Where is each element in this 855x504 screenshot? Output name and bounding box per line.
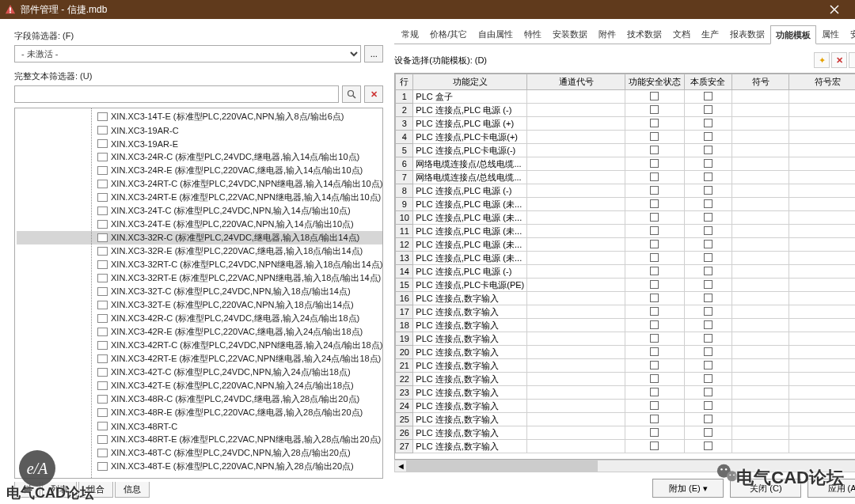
tree-item[interactable]: XIN.XC3-32R-E (标准型PLC,220VAC,继电器,输入18点/输… (17, 244, 382, 258)
cell-function-def[interactable]: PLC 连接点,PLC卡电源(PE) (413, 279, 527, 292)
top-tab[interactable]: 特性 (519, 25, 547, 44)
field-filter-select[interactable]: - 未激活 - (14, 45, 361, 63)
text-filter-input[interactable] (14, 85, 339, 103)
cell-func-safe[interactable] (625, 440, 684, 453)
cell-function-def[interactable]: PLC 连接点,数字输入 (413, 426, 527, 440)
cell-func-safe[interactable] (625, 319, 684, 332)
cell-function-def[interactable]: PLC 连接点,PLC 电源 (未... (413, 198, 527, 211)
cell-function-def[interactable]: PLC 连接点,数字输入 (413, 400, 527, 413)
cell-intrinsic-safe[interactable] (684, 117, 732, 131)
cell-symbol[interactable] (732, 440, 788, 453)
table-row[interactable]: 27PLC 连接点,数字输入 (396, 440, 855, 453)
cell-func-safe[interactable] (625, 198, 684, 211)
cell-intrinsic-safe[interactable] (684, 171, 732, 184)
cell-function-def[interactable]: PLC 连接点,数字输入 (413, 359, 527, 373)
cell-channel[interactable] (527, 144, 625, 157)
cell-symbol-macro[interactable] (789, 359, 855, 373)
cell-intrinsic-safe[interactable] (684, 305, 732, 319)
cell-func-safe[interactable] (625, 211, 684, 225)
tree-item[interactable]: XIN.XC3-24RT-C (标准型PLC,24VDC,NPN继电器,输入14… (17, 177, 382, 191)
top-tab[interactable]: 生产 (696, 25, 724, 44)
table-row[interactable]: 7网络电缆连接点/总线电缆... (396, 171, 855, 184)
cell-symbol[interactable] (732, 157, 788, 171)
cell-intrinsic-safe[interactable] (684, 198, 732, 211)
cell-channel[interactable] (527, 440, 625, 453)
cell-symbol[interactable] (732, 117, 788, 131)
cell-channel[interactable] (527, 90, 625, 104)
table-row[interactable]: 10PLC 连接点,PLC 电源 (未... (396, 211, 855, 225)
top-tab[interactable]: 技术数据 (621, 25, 667, 44)
cell-intrinsic-safe[interactable] (684, 373, 732, 386)
tree-item[interactable]: XIN.XC3-42T-C (标准型PLC,24VDC,NPN,输入24点/输出… (17, 366, 382, 379)
cell-channel[interactable] (527, 238, 625, 252)
tree-item[interactable]: XIN.XC3-48RT-E (标准型PLC,22VAC,NPN继电器,输入28… (17, 433, 382, 446)
tree-item[interactable]: XIN.XC3-42RT-E (标准型PLC,22VAC,NPN继电器,输入24… (17, 352, 382, 366)
cell-func-safe[interactable] (625, 305, 684, 319)
tree-item[interactable]: XIN.XC3-24T-E (标准型PLC,220VAC,NPN,输入14点/输… (17, 218, 382, 231)
top-tab[interactable]: 安装数据 (547, 25, 593, 44)
tree-item[interactable]: XIN.XC3-48R-E (标准型PLC,220VAC,继电器,输入28点/输… (17, 406, 382, 419)
cell-function-def[interactable]: PLC 连接点,PLC 电源 (未... (413, 238, 527, 252)
cell-symbol[interactable] (732, 413, 788, 426)
cell-function-def[interactable]: PLC 连接点,PLC卡电源(+) (413, 131, 527, 144)
cell-channel[interactable] (527, 413, 625, 426)
cell-intrinsic-safe[interactable] (684, 426, 732, 440)
cell-intrinsic-safe[interactable] (684, 332, 732, 346)
cell-symbol-macro[interactable] (789, 211, 855, 225)
tree-item[interactable]: XIN.XC3-42R-E (标准型PLC,220VAC,继电器,输入24点/输… (17, 325, 382, 339)
extras-button[interactable]: 附加 (E) ▾ (652, 479, 724, 498)
cell-function-def[interactable]: PLC 连接点,PLC卡电源(-) (413, 144, 527, 157)
cell-symbol[interactable] (732, 279, 788, 292)
table-row[interactable]: 22PLC 连接点,数字输入 (396, 373, 855, 386)
column-header[interactable]: 符号宏 (789, 74, 855, 90)
cell-function-def[interactable]: PLC 连接点,数字输入 (413, 319, 527, 332)
cell-func-safe[interactable] (625, 359, 684, 373)
tree-item[interactable]: XIN.XC3-48T-E (标准型PLC,220VAC,NPN,输入28点/输… (17, 460, 382, 473)
cell-symbol-macro[interactable] (789, 265, 855, 279)
cell-symbol[interactable] (732, 332, 788, 346)
top-tab[interactable]: 安全值 (845, 25, 855, 44)
cell-symbol-macro[interactable] (789, 198, 855, 211)
cell-func-safe[interactable] (625, 426, 684, 440)
cell-symbol[interactable] (732, 238, 788, 252)
cell-function-def[interactable]: PLC 连接点,数字输入 (413, 413, 527, 426)
cell-symbol-macro[interactable] (789, 279, 855, 292)
cell-symbol-macro[interactable] (789, 346, 855, 359)
cell-func-safe[interactable] (625, 184, 684, 198)
delete-button[interactable]: ✕ (831, 52, 847, 68)
tree-item[interactable]: XIN.XC3-32R-C (标准型PLC,24VDC,继电器,输入18点/输出… (17, 231, 382, 244)
cell-function-def[interactable]: PLC 连接点,PLC 电源 (-) (413, 184, 527, 198)
cell-channel[interactable] (527, 359, 625, 373)
top-tab[interactable]: 文档 (667, 25, 696, 44)
cell-func-safe[interactable] (625, 332, 684, 346)
cell-symbol[interactable] (732, 319, 788, 332)
table-row[interactable]: 18PLC 连接点,数字输入 (396, 319, 855, 332)
cell-symbol-macro[interactable] (789, 305, 855, 319)
table-row[interactable]: 13PLC 连接点,PLC 电源 (未... (396, 252, 855, 265)
table-row[interactable]: 17PLC 连接点,数字输入 (396, 305, 855, 319)
cell-function-def[interactable]: PLC 连接点,数字输入 (413, 346, 527, 359)
column-header[interactable]: 通道代号 (527, 74, 625, 90)
tree-item[interactable]: XIN.XC3-42RT-C (标准型PLC,24VDC,NPN继电器,输入24… (17, 339, 382, 352)
cell-func-safe[interactable] (625, 225, 684, 238)
cell-channel[interactable] (527, 373, 625, 386)
top-tab[interactable]: 功能模板 (770, 25, 816, 44)
cell-intrinsic-safe[interactable] (684, 104, 732, 117)
column-header[interactable]: 功能定义 (413, 74, 527, 90)
cell-function-def[interactable]: PLC 连接点,PLC 电源 (+) (413, 117, 527, 131)
top-tab[interactable]: 报表数据 (724, 25, 770, 44)
table-row[interactable]: 8PLC 连接点,PLC 电源 (-) (396, 184, 855, 198)
cell-symbol-macro[interactable] (789, 319, 855, 332)
cell-symbol-macro[interactable] (789, 292, 855, 305)
cell-intrinsic-safe[interactable] (684, 265, 732, 279)
cell-symbol[interactable] (732, 198, 788, 211)
cell-func-safe[interactable] (625, 157, 684, 171)
function-template-grid[interactable]: 行功能定义通道代号功能安全状态本质安全符号符号宏1PLC 盒子2PLC 连接点,… (394, 73, 855, 460)
cell-symbol-macro[interactable] (789, 144, 855, 157)
cell-intrinsic-safe[interactable] (684, 184, 732, 198)
cell-symbol[interactable] (732, 359, 788, 373)
cell-symbol[interactable] (732, 104, 788, 117)
tree-item[interactable]: XIN.XC3-48T-C (标准型PLC,24VDC,NPN,输入28点/输出… (17, 446, 382, 460)
table-row[interactable]: 19PLC 连接点,数字输入 (396, 332, 855, 346)
top-tab[interactable]: 属性 (816, 25, 845, 44)
